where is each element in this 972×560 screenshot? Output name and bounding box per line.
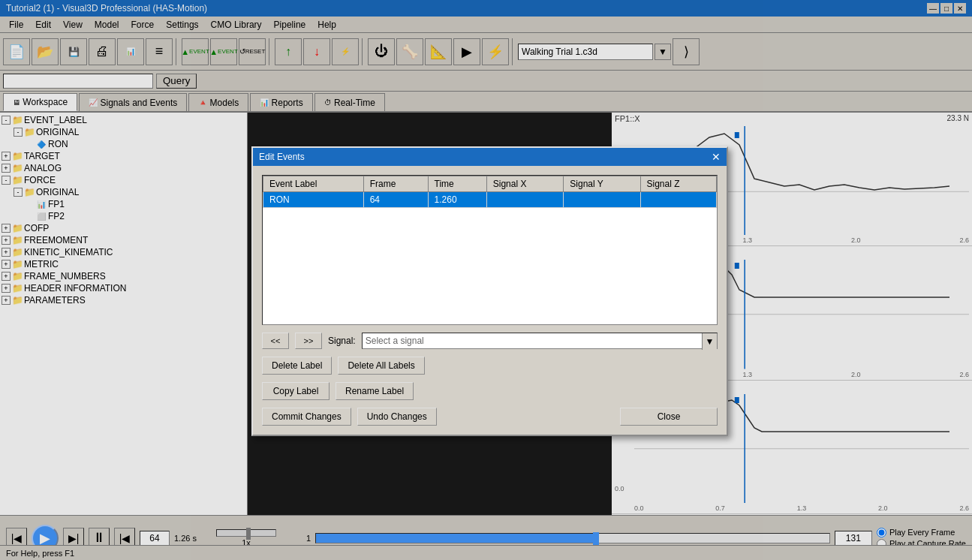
close-button[interactable]: Close [620,408,718,426]
modal-title-text: Edit Events [259,152,305,162]
copy-label-button[interactable]: Copy Label [262,382,330,400]
col-event-label: Event Label [263,176,364,192]
delete-all-button[interactable]: Delete All Labels [338,357,424,375]
edit-events-dialog: Edit Events ✕ Event Label Frame Time Sig… [251,146,728,436]
event-table: Event Label Frame Time Signal X Signal Y… [263,176,717,208]
event-row-ron[interactable]: RON 64 1.260 [263,192,717,208]
delete-label-button[interactable]: Delete Label [262,357,332,375]
modal-title-bar: Edit Events ✕ [253,148,727,166]
signal-label: Signal: [328,336,356,346]
event-table-container[interactable]: Event Label Frame Time Signal X Signal Y… [262,175,718,325]
modal-close-button[interactable]: ✕ [712,151,721,163]
col-signal-z: Signal Z [640,176,717,192]
col-time: Time [428,176,486,192]
col-signal-y: Signal Y [564,176,640,192]
signal-row: << >> Signal: Select a signal ▼ [262,333,718,349]
undo-changes-button[interactable]: Undo Changes [357,408,437,426]
nav-next-button[interactable]: >> [295,333,322,349]
col-signal-x: Signal X [486,176,564,192]
signal-combo-button[interactable]: ▼ [702,333,717,350]
button-row-2: Copy Label Rename Label [262,382,718,400]
event-table-header: Event Label Frame Time Signal X Signal Y… [263,176,717,192]
button-row-3: Commit Changes Undo Changes Close [262,408,718,426]
row-ron-label: RON [263,192,364,208]
event-table-body: RON 64 1.260 [263,192,717,208]
modal-body: Event Label Frame Time Signal X Signal Y… [253,166,727,435]
rename-label-button[interactable]: Rename Label [336,382,414,400]
row-ron-frame: 64 [363,192,428,208]
nav-prev-button[interactable]: << [262,333,289,349]
row-ron-signal-x [486,192,564,208]
button-row-1: Delete Label Delete All Labels [262,357,718,375]
commit-changes-button[interactable]: Commit Changes [262,408,351,426]
col-frame: Frame [363,176,428,192]
modal-overlay: Edit Events ✕ Event Label Frame Time Sig… [0,0,972,560]
row-ron-signal-y [564,192,640,208]
row-ron-signal-z [640,192,717,208]
signal-combo-text: Select a signal [366,336,424,346]
row-ron-time: 1.260 [428,192,486,208]
signal-combo[interactable]: Select a signal ▼ [362,333,718,349]
